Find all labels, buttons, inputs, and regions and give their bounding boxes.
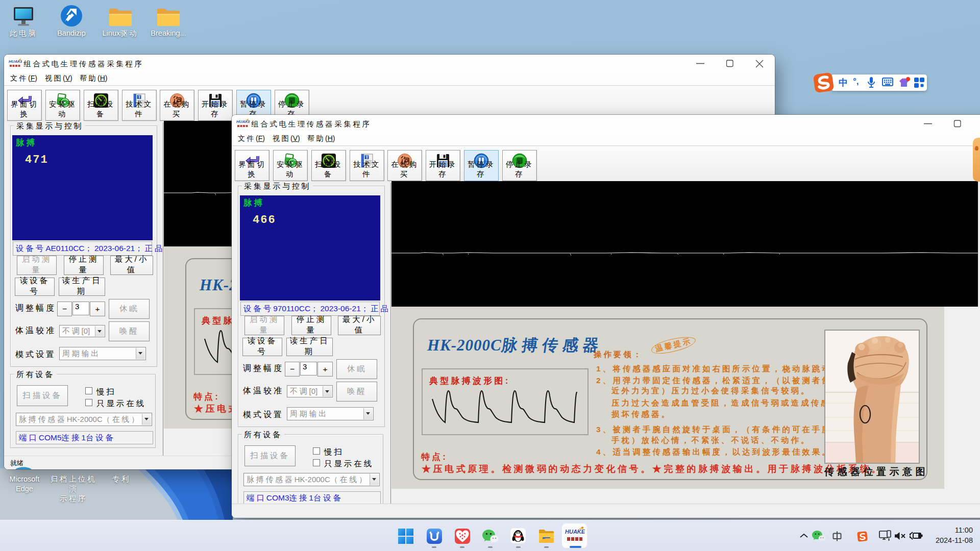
svg-text:HUAKE: HUAKE — [565, 529, 585, 535]
svg-text:T: T — [138, 95, 141, 99]
svg-text:T: T — [365, 155, 369, 160]
